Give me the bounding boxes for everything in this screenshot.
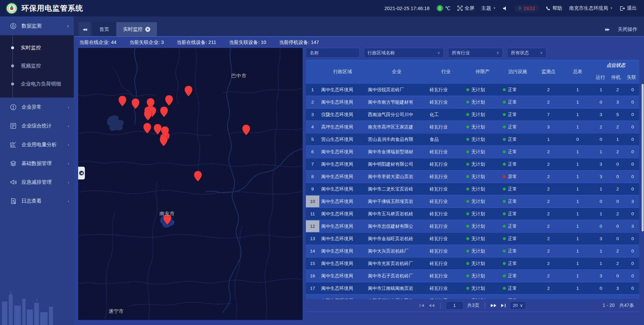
sidebar-item-视频监控[interactable]: 视频监控	[0, 57, 74, 75]
cell-company: 阆中市金博瑞新型墙材	[366, 146, 428, 158]
cell-stopped: 3	[609, 282, 626, 294]
status-filter-select[interactable]: 所有状态 ∨	[507, 48, 546, 58]
page-number-input[interactable]	[446, 302, 463, 310]
previous-page-button[interactable]	[429, 304, 435, 308]
next-page-button[interactable]	[490, 304, 496, 308]
stat-当前失联设备: 当前失联设备: 10	[229, 39, 266, 46]
sidebar-item-企业综合统计[interactable]: 企业综合统计‹	[0, 116, 74, 135]
close-tab-icon[interactable]: ×	[145, 27, 150, 32]
table-row[interactable]: 7阆中生态环境局阆中明阳建材有限公司砖瓦行业无计划正常21300	[306, 158, 639, 171]
name-filter-input[interactable]	[306, 48, 360, 58]
table-row[interactable]: 11阆中生态环境局阆中市五马桥页岩机砖砖瓦行业无计划正常21120	[306, 208, 639, 220]
status-dot-icon	[466, 250, 469, 253]
table-row[interactable]: 17阆中生态环境局阆中市江南镇阆南页岩砖瓦行业无计划正常21030	[306, 282, 639, 295]
cell-stopped: 0	[609, 220, 626, 232]
org-dropdown[interactable]: 南充市生态环境局 ▼	[569, 5, 613, 11]
map-pin-icon[interactable]	[118, 96, 126, 106]
cell-monitor-points: 2	[534, 220, 562, 232]
vertical-scrollbar[interactable]	[642, 84, 644, 231]
sidebar-item-实时监控[interactable]: 实时监控	[0, 39, 74, 57]
sidebar-item-日志查看[interactable]: 日志查看‹	[0, 192, 74, 210]
first-page-button[interactable]	[419, 304, 425, 308]
table-row[interactable]: 9阆中生态环境局阆中市二龙长宝页岩砖砖瓦行业无计划正常21120	[306, 183, 639, 196]
map-pin-icon[interactable]	[243, 125, 250, 135]
table-row[interactable]: 5营山生态环境局营山县润丰肉食品有限食品无计划正常10010	[306, 133, 639, 146]
cell-limit-production: 无计划	[464, 295, 501, 299]
map-pin-icon[interactable]	[160, 136, 167, 146]
tabs-scroll-right-button[interactable]: ▶▶	[605, 28, 609, 31]
sidebar-item-企业电力负荷明细[interactable]: 企业电力负荷明细	[0, 75, 74, 93]
chevron-left-icon: ‹	[68, 123, 69, 128]
region-filter-select[interactable]: 行政区域名称 ∨	[364, 48, 444, 58]
close-operations-button[interactable]: 关闭操作	[618, 26, 637, 33]
notification-badge[interactable]: 2632	[515, 5, 539, 12]
industry-filter-select[interactable]: 所有行业 ∨	[448, 48, 503, 58]
table-row[interactable]: 16阆中生态环境局阆中市石子页岩机砖厂砖瓦行业无计划正常21300	[306, 270, 639, 282]
cell-stopped: 6	[609, 295, 626, 299]
map-pin-icon[interactable]	[194, 171, 202, 181]
cell-limit-production: 无计划	[464, 121, 501, 133]
status-dot-icon	[466, 163, 469, 166]
table-row[interactable]: 8阆中生态环境局阆中市枣碧大梁山页岩砖瓦行业无计划异常21300	[306, 171, 639, 183]
cell-company: 阆中市光富页岩机砖厂	[366, 258, 428, 269]
row-index: 15	[306, 258, 319, 269]
cell-company: 阆中市二龙长宝页岩砖	[366, 183, 428, 195]
theme-dropdown[interactable]: 主题 ▼	[481, 5, 496, 11]
table-row[interactable]: 1阆中生态环境局阆中强锐页岩砖厂砖瓦行业无计划正常21120	[306, 84, 639, 96]
map-pin-icon[interactable]	[132, 99, 140, 109]
column-group-point-status: 点位状态 运行 停机 失联	[593, 60, 639, 84]
enterprise-table: 行政区域 企业 行业 停限产 治污设施 监测点 总表 点位状态 运行 停机	[306, 60, 639, 312]
table-row[interactable]: 13阆中生态环境局阆中市金福旺页岩机砖砖瓦行业无计划正常21300	[306, 233, 639, 245]
last-page-button[interactable]	[500, 304, 506, 308]
sidebar-item-数据监测[interactable]: 数据监测∨	[0, 16, 74, 35]
cell-stopped: 2	[609, 121, 626, 133]
status-dot-icon	[466, 187, 469, 191]
tab-home[interactable]: 首页	[93, 22, 116, 36]
cell-stopped: 5	[609, 109, 626, 120]
table-row[interactable]: 4高坪生态环境局南充市高坪区王家店建砖瓦行业无计划正常31220	[306, 121, 639, 133]
map-pin-icon[interactable]	[144, 123, 151, 133]
table-row[interactable]: 18南部生态环境局南部县砌兴水泥有限公建材加工无计划正常60060	[306, 295, 639, 299]
sidebar-item-企业用电量分析[interactable]: 企业用电量分析‹	[0, 135, 74, 154]
map-pin-icon[interactable]	[144, 110, 152, 120]
map-pin-icon[interactable]	[160, 107, 168, 117]
cell-industry: 砖瓦行业	[428, 121, 464, 133]
sidebar-item-基础数据管理[interactable]: 基础数据管理‹	[0, 154, 74, 173]
table-row[interactable]: 6阆中生态环境局阆中市金博瑞新型墙材砖瓦行业无计划正常21120	[306, 146, 639, 158]
table-row[interactable]: 2阆中生态环境局阆中市南方节能建材有砖瓦行业无计划正常21030	[306, 96, 639, 109]
cell-total-meters: 1	[562, 96, 592, 108]
fullscreen-button[interactable]: 全屏	[458, 5, 474, 11]
chevron-down-icon: ∨	[520, 303, 523, 308]
speaker-icon	[503, 6, 507, 11]
map-pin-icon[interactable]	[185, 86, 193, 96]
logout-button[interactable]: 退出	[620, 5, 637, 11]
map-pin-icon[interactable]	[154, 124, 161, 134]
table-row[interactable]: 10阆中生态环境局阆中千佛镇五郎垭页岩砖瓦行业无计划正常21003	[306, 196, 639, 208]
status-dot-icon	[503, 287, 506, 290]
table-row[interactable]: 15阆中生态环境局阆中市光富页岩机砖厂砖瓦行业无计划正常21120	[306, 258, 639, 270]
sidebar-item-label: 数据监测	[21, 23, 67, 29]
cell-monitor-points: 2	[534, 183, 562, 195]
tab-realtime-monitor[interactable]: 实时监控 ×	[116, 22, 157, 36]
sidebar-item-应急减排管理[interactable]: 应急减排管理‹	[0, 173, 74, 192]
table-row[interactable]: 3仪陇生态环境局西南油气田分公司川中化工无计划正常71350	[306, 109, 639, 121]
map-collapse-button[interactable]: ◀	[78, 167, 85, 179]
cell-industry: 砖瓦行业	[428, 96, 464, 108]
cell-running: 1	[593, 183, 609, 195]
sound-button[interactable]	[503, 6, 507, 11]
tabs-scroll-left-button[interactable]: ◀◀	[78, 22, 91, 36]
cell-running: 1	[593, 146, 609, 158]
sidebar-item-企业异常[interactable]: 企业异常‹	[0, 98, 74, 116]
map-pin-icon[interactable]	[165, 95, 173, 106]
status-dot-icon	[503, 175, 506, 178]
page-size-select[interactable]: 20 ∨	[510, 302, 526, 310]
map[interactable]: 巴中市南充市遂宁市 ◀	[78, 48, 303, 320]
cell-company: 西南油气田分公司川中	[366, 109, 428, 120]
help-button[interactable]: 帮助	[546, 5, 562, 11]
table-row[interactable]: 14阆中生态环境局阆中大兴页岩机砖厂砖瓦行业无计划正常21120	[306, 245, 639, 258]
cell-region: 阆中生态环境局	[319, 282, 366, 294]
table-row[interactable]: 12阆中生态环境局阆中市忠信建材有限公砖瓦行业无计划正常21003	[306, 220, 639, 233]
cell-company: 南充市高坪区王家店建	[366, 121, 428, 133]
cell-company: 阆中大兴页岩机砖厂	[366, 245, 428, 257]
cell-total-meters: 1	[562, 282, 592, 294]
